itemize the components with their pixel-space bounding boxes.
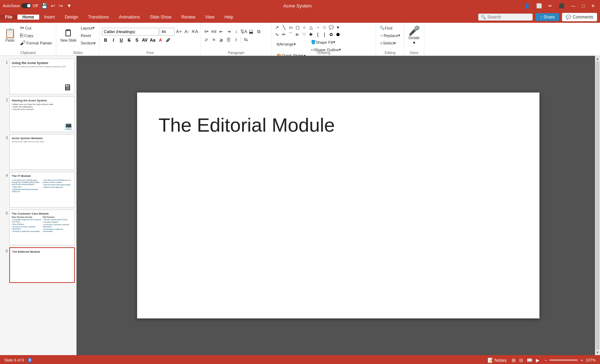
share-button[interactable]: ↑ Share [536, 13, 559, 21]
slide-thumbnail-6[interactable]: The Editorial Module [9, 247, 75, 283]
customize-qat-button[interactable]: ▼ [65, 2, 73, 9]
minimize-button[interactable]: — [569, 2, 578, 9]
char-spacing-button[interactable]: AV [141, 37, 148, 44]
slideshow-button[interactable]: ▶ [535, 357, 541, 363]
close-button[interactable]: ✕ [589, 2, 597, 9]
redo-button[interactable]: ↪ [57, 2, 64, 9]
dictate-button[interactable]: 🎤 Dictate ▾ [406, 24, 422, 47]
tab-slideshow[interactable]: Slide Show [145, 15, 176, 20]
shadow-button[interactable]: S [133, 37, 140, 44]
slide-thumbnail-1[interactable]: Using the Acme System How to create and … [9, 59, 75, 94]
slide-thumb-4[interactable]: 4 The IT Module • Use when you've alread… [1, 172, 75, 207]
slide-thumb-2[interactable]: 2 Starting the Acme System • Make sure y… [1, 96, 75, 132]
text-direction-button[interactable]: ⇅A [240, 28, 247, 35]
shape-oval[interactable]: ○ [301, 24, 307, 31]
columns-button[interactable]: ⫲ [233, 36, 240, 43]
tab-file[interactable]: File [0, 15, 17, 20]
font-size-input[interactable] [160, 28, 174, 36]
tab-review[interactable]: Review [176, 15, 200, 20]
shape-brace[interactable]: { [314, 31, 321, 38]
strikethrough-button[interactable]: S [125, 37, 132, 44]
reset-button[interactable]: Reset [79, 32, 98, 39]
tab-transitions[interactable]: Transitions [83, 15, 114, 20]
shape-chevron[interactable]: ⊳ [294, 31, 301, 38]
shape-rounded-rect[interactable]: ▢ [294, 24, 301, 31]
slide-sorter-button[interactable]: ⊟ [518, 357, 524, 363]
cut-button[interactable]: ✂ Cut [19, 25, 54, 32]
align-right-button[interactable]: ⫺ [218, 36, 225, 43]
slide-thumb-5[interactable]: 5 The Customer Care Module New System (A… [1, 210, 75, 245]
slide-thumb-1[interactable]: 1 Using the Acme System How to create an… [1, 59, 75, 94]
find-button[interactable]: 🔍 Find [378, 25, 401, 32]
arrange-button[interactable]: ⧉ Arrange ▾ [275, 41, 307, 47]
tab-help[interactable]: Help [219, 15, 238, 20]
copy-button[interactable]: ⎘ Copy [19, 32, 54, 39]
pen-button[interactable]: ✏ [546, 2, 554, 9]
tab-design[interactable]: Design [60, 15, 83, 20]
tab-insert[interactable]: Insert [39, 15, 60, 20]
bold-button[interactable]: B [102, 37, 109, 44]
autosave-pill[interactable] [21, 3, 31, 8]
shape-line[interactable]: ╲ [281, 24, 287, 31]
spacing-button[interactable]: ⇆ [242, 36, 249, 43]
new-slide-button[interactable]: 🗒 New Slide [58, 24, 79, 47]
shape-custom2[interactable]: ⬟ [335, 31, 341, 38]
line-spacing-button[interactable]: ↕ [233, 28, 240, 35]
slide-thumbnail-5[interactable]: The Customer Care Module New System (Acm… [9, 210, 75, 245]
search-box[interactable]: 🔍 [478, 14, 533, 21]
shape-heart[interactable]: ♡ [301, 31, 307, 38]
search-input[interactable] [487, 15, 530, 20]
font-color-button[interactable]: A [157, 37, 164, 44]
slide-thumbnail-2[interactable]: Starting the Acme System • Make sure you… [9, 96, 75, 132]
italic-button[interactable]: I [110, 37, 117, 44]
reading-view-button[interactable]: 📖 [526, 357, 533, 363]
font-name-input[interactable] [102, 28, 159, 36]
scroll-up-button[interactable]: ▲ [596, 57, 599, 60]
zoom-in-button[interactable]: + [579, 357, 584, 363]
decrease-font-size-button[interactable]: A- [183, 28, 190, 35]
layout-button[interactable]: Layout ▾ [79, 25, 98, 32]
shape-arrow[interactable]: → [314, 24, 321, 31]
center-button[interactable]: ≡ [210, 36, 217, 43]
slide-main-title[interactable]: The Editorial Module [158, 114, 518, 136]
shape-triangle[interactable]: △ [308, 24, 314, 31]
replace-button[interactable]: ↔ Replace ▾ [378, 32, 401, 39]
shape-rectangle[interactable]: ▭ [287, 24, 294, 31]
present-button[interactable]: ⬛ [557, 2, 567, 9]
justify-button[interactable]: ☰ [225, 36, 232, 43]
shape-more[interactable]: ▾ [335, 24, 341, 31]
undo-button[interactable]: ↩ [49, 2, 57, 9]
zoom-out-button[interactable]: − [543, 357, 548, 363]
decrease-indent-button[interactable]: ⇤ [218, 28, 225, 35]
slide-canvas[interactable]: The Editorial Module [137, 93, 539, 318]
comments-button[interactable]: 💬 Comments [562, 13, 597, 21]
format-painter-button[interactable]: 🖌 Format Painter [19, 39, 54, 47]
save-button[interactable]: 💾 [40, 2, 49, 9]
increase-indent-button[interactable]: ⇥ [225, 28, 232, 35]
shape-arc[interactable]: ⌒ [287, 31, 294, 38]
paste-button[interactable]: 📋 Paste [2, 24, 18, 47]
slide-thumb-3[interactable]: 3 Acme System Modules Choose the right o… [1, 134, 75, 170]
highlight-color-button[interactable]: 🖊 [165, 37, 172, 44]
convert-smartart-button[interactable]: ⧉ [255, 28, 262, 35]
increase-font-size-button[interactable]: A+ [175, 28, 182, 35]
zoom-slider[interactable] [549, 359, 578, 361]
shape-callout[interactable]: 💬 [328, 24, 334, 31]
bullets-button[interactable]: ≡• [203, 28, 210, 35]
tab-home[interactable]: Home [17, 15, 39, 20]
select-button[interactable]: ⊹ Select ▾ [378, 39, 401, 47]
tab-view[interactable]: View [200, 15, 219, 20]
shape-free[interactable]: ✏ [281, 31, 287, 38]
shape-bracket[interactable]: [ [321, 31, 328, 38]
autosave-toggle[interactable]: AutoSave Off [3, 3, 38, 8]
scroll-down-button[interactable]: ▼ [596, 350, 599, 354]
shape-custom1[interactable]: ✿ [328, 31, 334, 38]
align-text-button[interactable]: ⬓ [247, 28, 255, 35]
numbers-button[interactable]: ≡# [210, 28, 217, 35]
ribbon-display-button[interactable]: ⬜ [534, 2, 544, 9]
canvas-scrollbar-v[interactable]: ▲ ▼ [595, 56, 600, 355]
change-case-button[interactable]: Aa [149, 37, 156, 44]
scroll-thumb[interactable] [596, 61, 599, 350]
normal-view-button[interactable]: ⊞ [511, 357, 517, 363]
underline-button[interactable]: U [118, 37, 125, 44]
